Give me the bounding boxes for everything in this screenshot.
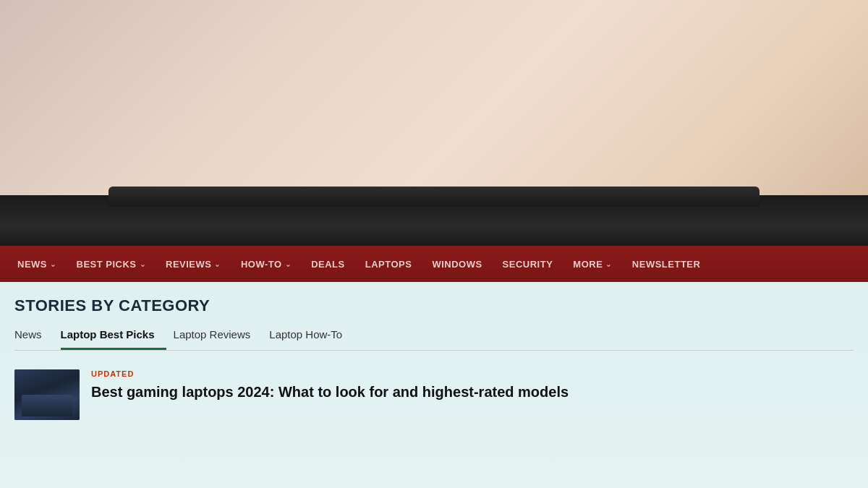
article-thumb-image (14, 369, 80, 420)
nav-item-more[interactable]: MORE ⌄ (563, 246, 622, 282)
nav-label-windows: WINDOWS (432, 259, 482, 270)
nav-label-laptops: LAPTOPS (365, 259, 412, 270)
chevron-down-icon: ⌄ (214, 260, 221, 268)
nav-item-security[interactable]: SECURITY (493, 246, 563, 282)
nav-item-newsletter[interactable]: NEWSLETTER (622, 246, 711, 282)
chevron-down-icon: ⌄ (285, 260, 292, 268)
nav-item-windows[interactable]: WINDOWS (422, 246, 492, 282)
nav-label-security: SECURITY (503, 259, 553, 270)
article-content: UPDATED Best gaming laptops 2024: What t… (91, 369, 854, 420)
article-title[interactable]: Best gaming laptops 2024: What to look f… (91, 382, 854, 401)
tab-label-laptop-reviews: Laptop Reviews (174, 328, 251, 341)
nav-label-how-to: HOW-TO (241, 259, 282, 270)
tab-laptop-reviews[interactable]: Laptop Reviews (174, 322, 263, 350)
content-area: STORIES BY CATEGORY News Laptop Best Pic… (0, 282, 868, 488)
article-item: UPDATED Best gaming laptops 2024: What t… (14, 362, 854, 420)
tab-label-news: News (14, 328, 42, 341)
tab-label-laptop-how-to: Laptop How-To (269, 328, 342, 341)
nav-item-reviews[interactable]: REVIEWS ⌄ (156, 246, 231, 282)
laptop-top-edge (109, 187, 760, 207)
chevron-down-icon: ⌄ (605, 260, 612, 268)
tab-news[interactable]: News (14, 322, 54, 350)
nav-label-news: NEWS (17, 259, 47, 270)
nav-label-more: MORE (573, 259, 603, 270)
chevron-down-icon: ⌄ (140, 260, 146, 268)
tab-label-laptop-best-picks: Laptop Best Picks (61, 328, 155, 341)
laptop-screen: NEWS ⌄ BEST PICKS ⌄ REVIEWS ⌄ HOW-TO ⌄ D… (0, 246, 868, 488)
navigation-bar: NEWS ⌄ BEST PICKS ⌄ REVIEWS ⌄ HOW-TO ⌄ D… (0, 246, 868, 282)
chevron-down-icon: ⌄ (50, 260, 56, 268)
article-tag: UPDATED (91, 369, 854, 378)
nav-item-deals[interactable]: DEALS (301, 246, 355, 282)
tabs-row: News Laptop Best Picks Laptop Reviews La… (14, 322, 854, 351)
nav-item-laptops[interactable]: LAPTOPS (355, 246, 422, 282)
article-thumbnail (14, 369, 80, 420)
nav-label-deals: DEALS (311, 259, 345, 270)
section-title: STORIES BY CATEGORY (14, 296, 854, 322)
tab-laptop-how-to[interactable]: Laptop How-To (269, 322, 354, 350)
nav-label-best-picks: BEST PICKS (77, 259, 137, 270)
nav-item-news[interactable]: NEWS ⌄ (7, 246, 67, 282)
nav-label-reviews: REVIEWS (166, 259, 211, 270)
nav-item-best-picks[interactable]: BEST PICKS ⌄ (67, 246, 156, 282)
nav-label-newsletter: NEWSLETTER (632, 259, 701, 270)
nav-item-how-to[interactable]: HOW-TO ⌄ (231, 246, 301, 282)
tab-laptop-best-picks[interactable]: Laptop Best Picks (61, 322, 166, 350)
